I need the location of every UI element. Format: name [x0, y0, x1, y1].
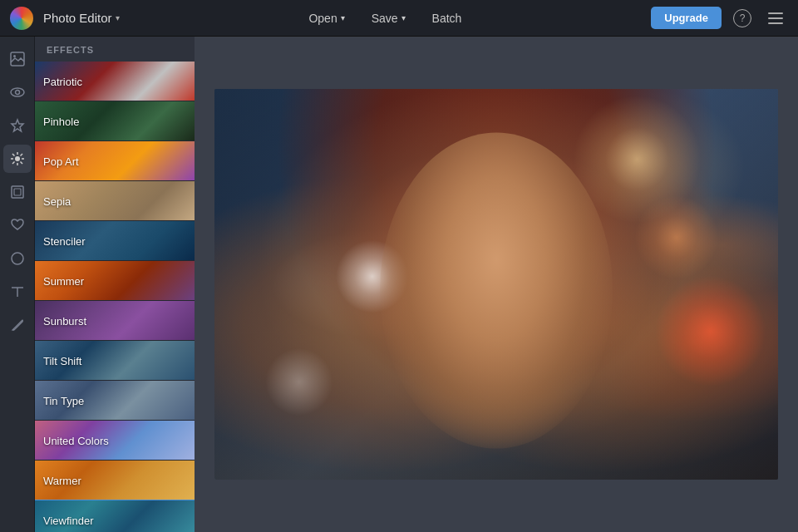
- star-icon: [10, 118, 25, 133]
- app-logo: [10, 7, 33, 30]
- main-area: EFFECTS PatrioticPinholePop ArtSepiaSten…: [0, 37, 798, 532]
- eye-icon: [10, 85, 25, 100]
- shapes-icon: [10, 251, 25, 266]
- effect-label-tin-type: Tin Type: [43, 394, 84, 406]
- app-title-button[interactable]: Photo Editor ▾: [43, 11, 120, 25]
- photo-canvas: [214, 89, 778, 480]
- effect-item-summer[interactable]: Summer: [35, 261, 195, 301]
- effect-item-united-colors[interactable]: United Colors: [35, 421, 195, 461]
- sidebar-view-btn[interactable]: [3, 78, 32, 106]
- effect-label-summer: Summer: [43, 274, 84, 287]
- svg-point-8: [15, 156, 20, 161]
- svg-rect-0: [768, 12, 783, 14]
- effect-label-tilt-shift: Tilt Shift: [43, 354, 81, 367]
- effect-item-stenciler[interactable]: Stenciler: [35, 221, 195, 261]
- effect-label-patriotic: Patriotic: [43, 75, 82, 87]
- heart-icon: [10, 218, 25, 233]
- menu-icon: [768, 12, 783, 24]
- header-center: Open ▾ Save ▾ Batch: [130, 7, 642, 30]
- icon-sidebar: [0, 37, 35, 532]
- svg-line-15: [20, 154, 22, 156]
- effect-item-sepia[interactable]: Sepia: [35, 181, 195, 221]
- header-right: Upgrade ?: [651, 6, 788, 31]
- menu-button[interactable]: [763, 9, 788, 27]
- effect-label-pop-art: Pop Art: [43, 155, 79, 167]
- portrait-face: [380, 133, 613, 449]
- layers-icon: [10, 185, 25, 200]
- effect-label-pinhole: Pinhole: [43, 115, 79, 127]
- effect-label-united-colors: United Colors: [43, 434, 109, 446]
- sidebar-layers-btn[interactable]: [3, 178, 32, 206]
- svg-rect-2: [768, 22, 783, 24]
- effects-panel: EFFECTS PatrioticPinholePop ArtSepiaSten…: [35, 37, 195, 532]
- svg-point-4: [13, 55, 16, 57]
- save-button[interactable]: Save ▾: [362, 7, 416, 30]
- svg-line-13: [12, 154, 15, 156]
- sidebar-heart-btn[interactable]: [3, 211, 32, 239]
- svg-line-14: [20, 162, 22, 165]
- effect-label-sepia: Sepia: [43, 195, 71, 207]
- open-button[interactable]: Open ▾: [298, 7, 354, 30]
- help-button[interactable]: ?: [728, 6, 756, 31]
- upgrade-button[interactable]: Upgrade: [651, 7, 722, 29]
- effects-list: PatrioticPinholePop ArtSepiaStencilerSum…: [35, 62, 195, 532]
- effect-label-viewfinder: Viewfinder: [43, 514, 93, 526]
- sidebar-effects-btn[interactable]: [3, 145, 32, 173]
- image-icon: [10, 52, 25, 66]
- effect-item-patriotic[interactable]: Patriotic: [35, 62, 195, 101]
- svg-point-6: [15, 91, 19, 95]
- svg-point-5: [11, 88, 24, 96]
- effect-item-pinhole[interactable]: Pinhole: [35, 101, 195, 141]
- svg-rect-1: [768, 17, 783, 19]
- svg-marker-7: [12, 120, 23, 131]
- sidebar-image-btn[interactable]: [3, 45, 32, 73]
- effect-label-sunburst: Sunburst: [43, 314, 86, 327]
- effect-label-stenciler: Stenciler: [43, 234, 86, 247]
- app-title-chevron: ▾: [116, 13, 120, 22]
- svg-rect-17: [12, 186, 23, 198]
- effect-item-tin-type[interactable]: Tin Type: [35, 381, 195, 421]
- batch-button[interactable]: Batch: [422, 7, 472, 30]
- svg-point-19: [12, 253, 23, 264]
- canvas-area: [195, 37, 798, 532]
- effect-item-warmer[interactable]: Warmer: [35, 461, 195, 500]
- effects-icon: [10, 151, 25, 166]
- effect-item-tilt-shift[interactable]: Tilt Shift: [35, 341, 195, 381]
- effects-header-label: EFFECTS: [35, 37, 195, 62]
- sidebar-shapes-btn[interactable]: [3, 244, 32, 273]
- effect-item-viewfinder[interactable]: Viewfinder: [35, 500, 195, 532]
- sidebar-text-btn[interactable]: [3, 278, 32, 306]
- sidebar-favorites-btn[interactable]: [3, 111, 32, 140]
- sidebar-edit-btn[interactable]: [3, 311, 32, 339]
- effect-item-sunburst[interactable]: Sunburst: [35, 301, 195, 341]
- effect-item-pop-art[interactable]: Pop Art: [35, 141, 195, 181]
- effect-label-warmer: Warmer: [43, 474, 81, 486]
- svg-line-16: [12, 162, 15, 165]
- app-header: Photo Editor ▾ Open ▾ Save ▾ Batch Upgra…: [0, 0, 798, 37]
- edit-icon: [10, 318, 25, 332]
- app-title-label: Photo Editor: [43, 11, 112, 25]
- svg-rect-18: [14, 189, 21, 195]
- text-icon: [10, 284, 25, 299]
